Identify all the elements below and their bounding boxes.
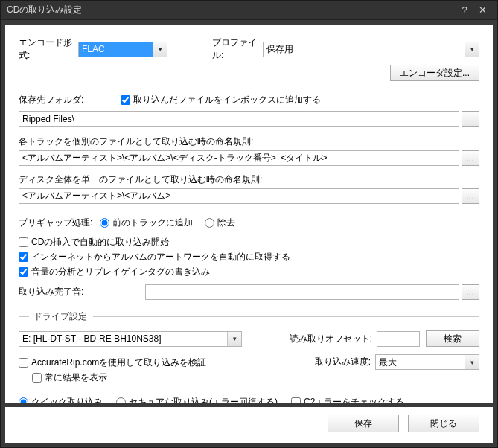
c2-check-input[interactable]	[291, 397, 301, 403]
drive-section-title: ドライブ設定	[33, 310, 87, 323]
always-show-input[interactable]	[32, 373, 42, 383]
quick-rip-input[interactable]	[19, 397, 28, 403]
pregap-prev-radio[interactable]: 前のトラックに追加	[100, 217, 193, 229]
secure-rip-radio[interactable]: セキュアな取り込み(エラー回復する)	[116, 396, 278, 403]
replaygain-checkbox[interactable]: 音量の分析とリプレイゲインタグの書き込み	[19, 266, 479, 278]
close-button[interactable]: 閉じる	[408, 415, 479, 432]
quick-rip-label: クイック取り込み	[31, 396, 103, 403]
rip-speed-select[interactable]: 最大	[375, 354, 479, 370]
close-icon[interactable]: ✕	[473, 3, 491, 18]
pregap-prev-label: 前のトラックに追加	[112, 217, 193, 229]
complete-sound-input[interactable]	[145, 284, 459, 300]
pregap-remove-label: 除去	[217, 217, 235, 229]
window-title: CDの取り込み設定	[7, 4, 456, 16]
save-folder-browse-button[interactable]: ...	[462, 111, 479, 127]
c2-check-checkbox[interactable]: C2エラーをチェックする	[291, 396, 404, 403]
replaygain-label: 音量の分析とリプレイゲインタグの書き込み	[31, 266, 210, 278]
artwork-label: インターネットからアルバムのアートワークを自動的に取得する	[31, 251, 290, 263]
search-offset-button[interactable]: 検索	[426, 330, 479, 347]
add-to-inbox-checkbox[interactable]: 取り込んだファイルをインボックスに追加する	[121, 94, 321, 106]
encoder-settings-button[interactable]: エンコーダ設定...	[390, 65, 479, 81]
disc-naming-browse-button[interactable]: ...	[462, 188, 479, 204]
pregap-remove-input[interactable]	[205, 218, 214, 228]
track-naming-label: 各トラックを個別のファイルとして取り込む時の命名規則:	[19, 135, 479, 148]
add-to-inbox-label: 取り込んだファイルをインボックスに追加する	[133, 94, 321, 106]
profile-select[interactable]: 保存用	[263, 42, 479, 57]
save-folder-input[interactable]	[19, 111, 459, 127]
add-to-inbox-input[interactable]	[121, 95, 130, 105]
pregap-remove-radio[interactable]: 除去	[205, 217, 235, 229]
disc-naming-input[interactable]	[19, 188, 459, 204]
accuraterip-checkbox[interactable]: AccurateRip.comを使用して取り込みを検証	[19, 356, 315, 369]
save-folder-label: 保存先フォルダ:	[19, 94, 83, 106]
secure-rip-input[interactable]	[116, 397, 126, 403]
auto-rip-checkbox[interactable]: CDの挿入で自動的に取り込み開始	[19, 236, 479, 249]
c2-check-label: C2エラーをチェックする	[304, 396, 404, 403]
rip-speed-label: 取り込み速度:	[315, 356, 371, 368]
always-show-checkbox[interactable]: 常に結果を表示	[32, 371, 315, 384]
drive-select[interactable]: E: [HL-DT-ST - BD-RE BH10NS38]	[19, 331, 242, 347]
artwork-input[interactable]	[19, 252, 28, 262]
titlebar: CDの取り込み設定 ? ✕	[1, 1, 497, 20]
quick-rip-radio[interactable]: クイック取り込み	[19, 396, 103, 403]
complete-sound-browse-button[interactable]: ...	[462, 284, 479, 300]
content-area: エンコード形式: FLAC プロファイル: 保存用 エンコーダ設定... 保存先…	[5, 25, 493, 403]
pregap-label: プリギャップ処理:	[19, 217, 92, 229]
encode-format-label: エンコード形式:	[19, 36, 78, 62]
replaygain-input[interactable]	[19, 267, 28, 277]
artwork-checkbox[interactable]: インターネットからアルバムのアートワークを自動的に取得する	[19, 251, 479, 263]
drive-section-header: ドライブ設定	[19, 310, 479, 323]
help-icon[interactable]: ?	[456, 3, 473, 18]
track-naming-input[interactable]	[19, 150, 459, 166]
secure-rip-label: セキュアな取り込み(エラー回復する)	[129, 396, 278, 403]
auto-rip-label: CDの挿入で自動的に取り込み開始	[31, 236, 169, 249]
track-naming-browse-button[interactable]: ...	[462, 150, 479, 166]
profile-label: プロファイル:	[212, 36, 263, 62]
footer: 保存 閉じる	[5, 407, 493, 443]
always-show-label: 常に結果を表示	[45, 371, 107, 384]
encode-format-select[interactable]: FLAC	[78, 42, 167, 57]
save-button[interactable]: 保存	[328, 415, 399, 432]
read-offset-input[interactable]	[377, 331, 420, 347]
accuraterip-label: AccurateRip.comを使用して取り込みを検証	[31, 356, 206, 369]
accuraterip-input[interactable]	[19, 358, 28, 368]
pregap-prev-input[interactable]	[100, 218, 109, 228]
complete-sound-label: 取り込み完了音:	[19, 286, 145, 298]
read-offset-label: 読み取りオフセット:	[290, 333, 372, 345]
disc-naming-label: ディスク全体を単一のファイルとして取り込む時の命名規則:	[19, 173, 479, 186]
auto-rip-input[interactable]	[19, 237, 28, 247]
